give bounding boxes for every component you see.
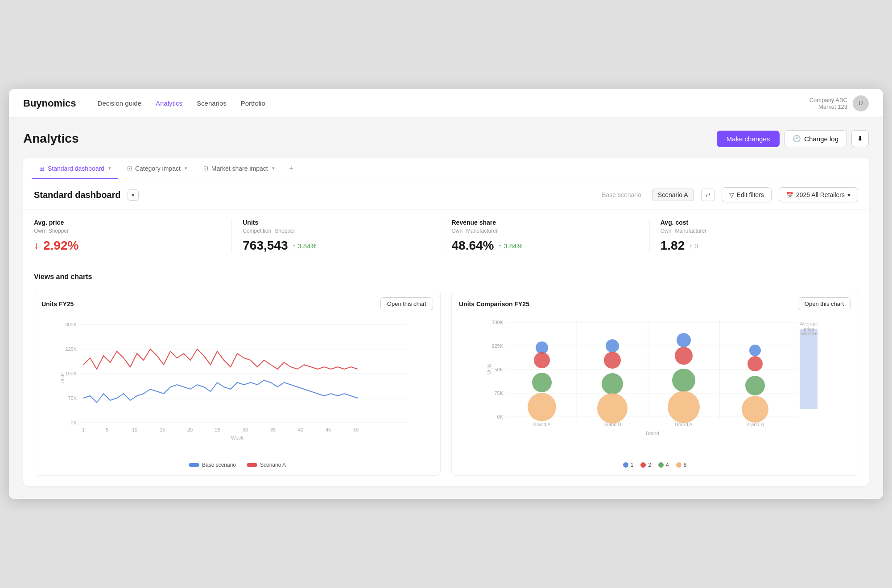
metric-value: 48.64% ↑ 3.84% [452, 238, 639, 253]
svg-point-41 [606, 339, 619, 353]
svg-point-43 [602, 373, 623, 395]
avatar[interactable]: U [853, 95, 869, 111]
metric-title: Revenue share [452, 219, 639, 226]
chart-units-fy25: Units FY25 Open this chart [34, 290, 441, 476]
legend-color [247, 463, 257, 467]
nav-portfolio[interactable]: Portfolio [241, 98, 265, 109]
legend-dot-2 [640, 462, 646, 468]
tab-label: Market share impact [211, 165, 268, 172]
metric-sub-shopper: Shopper [275, 228, 295, 234]
calendar-icon: 📅 [786, 192, 793, 198]
tab-category-impact[interactable]: ⊡ Category impact ▾ [120, 159, 194, 179]
svg-text:Brand A: Brand A [533, 422, 551, 427]
open-chart1-button[interactable]: Open this chart [380, 297, 433, 310]
nav-analytics[interactable]: Analytics [156, 98, 182, 109]
metric-revenue-share: Revenue share Own Manufacturer 48.64% ↑ … [452, 219, 650, 253]
legend-dot-8 [676, 462, 681, 468]
svg-point-51 [745, 376, 765, 395]
nav-scenarios[interactable]: Scenarios [197, 98, 227, 109]
add-tab-button[interactable]: + [284, 158, 299, 180]
grid-icon: ⊞ [39, 165, 45, 172]
bubble-legend-8: 8 [676, 462, 687, 468]
legend-color [189, 463, 199, 467]
svg-point-37 [536, 341, 548, 354]
metric-title: Avg. cost [661, 219, 847, 226]
metric-sub-manufacturer: Manufacturer [675, 228, 706, 234]
metric-sub-manufacturer: Manufacturer [466, 228, 498, 234]
metric-title: Units [243, 219, 429, 226]
metric-avg-cost: Avg. cost Own Manufacturer 1.82 ↑ 0 [661, 219, 858, 253]
download-button[interactable]: ⬇ [851, 130, 869, 147]
svg-text:10: 10 [132, 427, 137, 432]
metric-value: 763,543 ↑ 3.84% [243, 238, 429, 253]
edit-filters-button[interactable]: ▽ Edit filters [722, 187, 772, 202]
nav-links: Decision guide Analytics Scenarios Portf… [98, 98, 809, 109]
chart-header: Units FY25 Open this chart [41, 297, 433, 310]
metric-subtitles: Own Shopper [34, 228, 221, 234]
tab-standard-dashboard[interactable]: ⊞ Standard dashboard ▾ [32, 159, 118, 179]
metric-subtitles: Competition Shopper [243, 228, 429, 234]
svg-text:45: 45 [326, 427, 331, 432]
svg-point-47 [672, 369, 695, 392]
svg-point-38 [534, 352, 550, 368]
svg-point-49 [749, 345, 761, 356]
download-icon: ⬇ [857, 135, 863, 142]
clock-icon: 🕐 [793, 135, 801, 143]
svg-point-52 [742, 396, 768, 423]
bubble-chart-legend: 1 2 4 8 [459, 462, 851, 468]
svg-text:Brand: Brand [646, 431, 659, 436]
scenario-badge: Scenario A [652, 189, 694, 201]
line-chart-area: 300K 225K 150K 75K 0K Units 1 5 10 [41, 316, 433, 458]
change-log-button[interactable]: 🕐 Change log [784, 130, 847, 147]
base-scenario-label: Base scenario [602, 191, 641, 198]
dashboard-dropdown-button[interactable]: ▾ [128, 189, 139, 201]
main-content: Analytics Make changes 🕐 Change log ⬇ ⊞ … [9, 118, 883, 499]
make-changes-button[interactable]: Make changes [717, 131, 780, 147]
svg-text:30: 30 [243, 427, 248, 432]
bubble-chart-svg: 300K 225K 150K 75K 0K Units [459, 316, 851, 445]
page-header: Analytics Make changes 🕐 Change log ⬇ [23, 130, 869, 147]
metric-avg-price: Avg. price Own Shopper ↓ 2.92% [34, 219, 232, 253]
bubble-chart-area: 300K 225K 150K 75K 0K Units [459, 316, 851, 458]
legend-label-2: 2 [648, 462, 651, 468]
svg-text:0K: 0K [71, 420, 77, 425]
retailer-select[interactable]: 📅 2025 All Retailers ▾ [779, 187, 858, 202]
legend-label-8: 8 [684, 462, 687, 468]
bubble-legend-2: 2 [640, 462, 651, 468]
dashboard-title: Standard dashboard [34, 190, 120, 200]
svg-point-42 [604, 352, 621, 369]
user-market: Market 123 [809, 103, 847, 110]
svg-text:Brand A: Brand A [675, 422, 693, 427]
nav-decision-guide[interactable]: Decision guide [98, 98, 141, 109]
legend-dot-1 [623, 462, 628, 468]
svg-text:20: 20 [187, 427, 193, 432]
svg-text:150K: 150K [65, 371, 77, 376]
table-icon: ⊡ [127, 165, 132, 172]
chart-title: Units FY25 [41, 300, 74, 308]
dashboard-subheader: Standard dashboard ▾ Base scenario Scena… [23, 180, 869, 210]
filter-icon: ▽ [729, 191, 734, 198]
views-section: Views and charts Units FY25 Open this ch… [23, 262, 869, 486]
chevron-down-icon: ▾ [272, 165, 275, 171]
user-company: Company ABC [809, 97, 847, 103]
svg-text:150K: 150K [491, 367, 503, 372]
top-nav: Buynomics Decision guide Analytics Scena… [9, 89, 883, 118]
metric-main-value: 763,543 [243, 238, 288, 253]
metric-title: Avg. price [34, 219, 221, 226]
chart-units-comparison-fy25: Units Comparison FY25 Open this chart [451, 290, 858, 476]
metric-change: ↑ 3.84% [292, 242, 316, 250]
tab-market-share-impact[interactable]: ⊡ Market share impact ▾ [196, 159, 282, 179]
svg-text:300K: 300K [65, 322, 77, 327]
metric-value: 1.82 ↑ 0 [661, 238, 847, 253]
open-chart2-button[interactable]: Open this chart [798, 297, 851, 310]
svg-point-39 [532, 373, 552, 392]
svg-text:25: 25 [215, 427, 220, 432]
svg-text:40: 40 [298, 427, 303, 432]
tab-label: Standard dashboard [48, 165, 104, 172]
svg-point-44 [597, 393, 628, 424]
chevron-down-icon: ▾ [847, 191, 851, 198]
swap-scenario-button[interactable]: ⇄ [701, 189, 714, 201]
legend-label: Base scenario [202, 462, 236, 468]
metric-number: 2.92% [43, 238, 78, 253]
header-actions: Make changes 🕐 Change log ⬇ [717, 130, 869, 147]
